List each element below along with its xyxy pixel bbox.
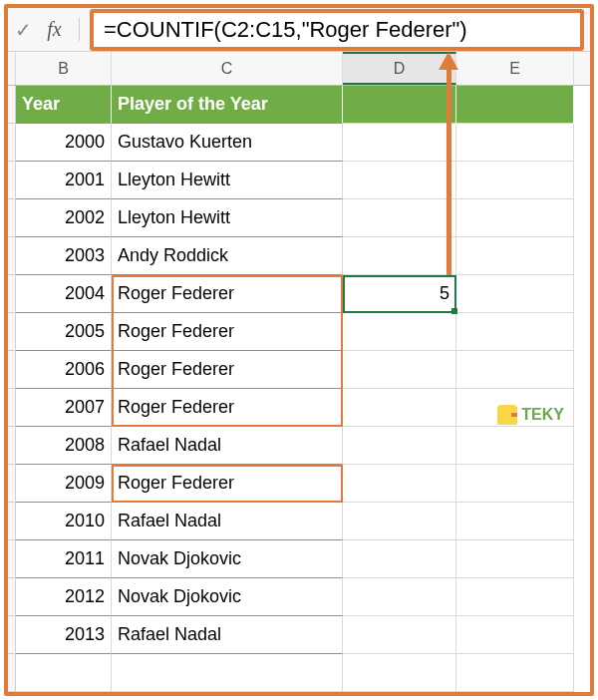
cell[interactable] [343, 86, 456, 124]
cell-player[interactable]: Novak Djokovic [112, 578, 343, 616]
cell-player[interactable]: Roger Federer [112, 389, 343, 427]
cell-year[interactable]: 2006 [16, 351, 112, 389]
cell-player[interactable]: Roger Federer [112, 465, 343, 503]
cell[interactable] [343, 465, 456, 503]
cell[interactable] [456, 162, 574, 199]
confirm-icon[interactable]: ✓ [10, 18, 36, 42]
cell-year[interactable]: 2011 [16, 540, 112, 578]
cell-year[interactable]: 2010 [16, 503, 112, 540]
cell[interactable] [343, 654, 456, 692]
table-row: 2008 Rafael Nadal [8, 427, 590, 465]
cell-player[interactable]: Rafael Nadal [112, 503, 343, 540]
cell[interactable] [456, 124, 574, 162]
cell[interactable] [456, 616, 574, 654]
col-header-b[interactable]: B [16, 52, 112, 85]
table-row: 2010 Rafael Nadal [8, 503, 590, 540]
cell[interactable] [343, 313, 456, 351]
table-row: 2000 Gustavo Kuerten [8, 124, 590, 162]
cell[interactable] [343, 162, 456, 199]
cell[interactable] [343, 351, 456, 389]
cell[interactable] [456, 427, 574, 465]
cell[interactable] [456, 540, 574, 578]
cell[interactable] [343, 199, 456, 237]
table-row: 2001 Lleyton Hewitt [8, 162, 590, 199]
cell[interactable] [456, 465, 574, 503]
cell[interactable] [343, 616, 456, 654]
spreadsheet-grid[interactable]: Year Player of the Year 2000 Gustavo Kue… [8, 86, 590, 692]
cell[interactable] [456, 654, 574, 692]
cell[interactable] [456, 503, 574, 540]
table-row: 2009 Roger Federer [8, 465, 590, 503]
empty-row [8, 654, 590, 692]
cell-year[interactable]: 2005 [16, 313, 112, 351]
fx-label[interactable]: fx [36, 18, 80, 41]
cell[interactable] [343, 124, 456, 162]
header-player[interactable]: Player of the Year [112, 86, 343, 124]
cell[interactable] [456, 199, 574, 237]
cell-year[interactable]: 2001 [16, 162, 112, 199]
cell-year[interactable]: 2009 [16, 465, 112, 503]
cell-year[interactable]: 2012 [16, 578, 112, 616]
cell-player[interactable]: Lleyton Hewitt [112, 162, 343, 199]
cell[interactable] [343, 540, 456, 578]
cell-player[interactable]: Roger Federer [112, 313, 343, 351]
formula-input[interactable]: =COUNTIF(C2:C15,"Roger Federer") [90, 9, 584, 51]
cell-result[interactable]: 5 [343, 275, 456, 313]
table-row: 2005 Roger Federer [8, 313, 590, 351]
cell[interactable] [16, 654, 112, 692]
annotation-arrow [447, 68, 451, 275]
table-row: 2012 Novak Djokovic [8, 578, 590, 616]
header-year[interactable]: Year [16, 86, 112, 124]
col-header-e[interactable]: E [456, 52, 574, 85]
cell[interactable] [456, 578, 574, 616]
cell-year[interactable]: 2000 [16, 124, 112, 162]
table-row: 2004 Roger Federer 5 [8, 275, 590, 313]
table-row: 2006 Roger Federer [8, 351, 590, 389]
cell-year[interactable]: 2004 [16, 275, 112, 313]
cell-player[interactable]: Rafael Nadal [112, 427, 343, 465]
table-row: 2011 Novak Djokovic [8, 540, 590, 578]
cell-player[interactable]: Novak Djokovic [112, 540, 343, 578]
cell-year[interactable]: 2007 [16, 389, 112, 427]
cell[interactable] [456, 86, 574, 124]
cell[interactable] [343, 503, 456, 540]
cell[interactable] [112, 654, 343, 692]
cell[interactable] [343, 237, 456, 275]
formula-bar: ✓ fx =COUNTIF(C2:C15,"Roger Federer") [8, 8, 590, 52]
cell-year[interactable]: 2003 [16, 237, 112, 275]
cell-year[interactable]: 2008 [16, 427, 112, 465]
logo-text: TEKY [521, 406, 564, 424]
cell-player[interactable]: Gustavo Kuerten [112, 124, 343, 162]
cell[interactable] [456, 313, 574, 351]
duck-icon [497, 405, 517, 425]
table-header-row: Year Player of the Year [8, 86, 590, 124]
gutter-corner [8, 52, 16, 85]
cell-player[interactable]: Lleyton Hewitt [112, 199, 343, 237]
cell[interactable] [343, 389, 456, 427]
annotation-arrow-head [439, 52, 458, 70]
table-row: 2013 Rafael Nadal [8, 616, 590, 654]
table-row: 2003 Andy Roddick [8, 237, 590, 275]
cell-player[interactable]: Rafael Nadal [112, 616, 343, 654]
cell[interactable] [456, 237, 574, 275]
cell-player[interactable]: Andy Roddick [112, 237, 343, 275]
cell[interactable] [343, 427, 456, 465]
cell[interactable] [343, 578, 456, 616]
cell[interactable] [456, 275, 574, 313]
cell[interactable] [456, 351, 574, 389]
col-header-c[interactable]: C [112, 52, 343, 85]
cell-player[interactable]: Roger Federer [112, 275, 343, 313]
table-row: 2002 Lleyton Hewitt [8, 199, 590, 237]
cell-year[interactable]: 2013 [16, 616, 112, 654]
cell-player[interactable]: Roger Federer [112, 351, 343, 389]
watermark-logo: TEKY [497, 405, 564, 425]
cell-year[interactable]: 2002 [16, 199, 112, 237]
column-headers: B C D E [8, 52, 590, 86]
